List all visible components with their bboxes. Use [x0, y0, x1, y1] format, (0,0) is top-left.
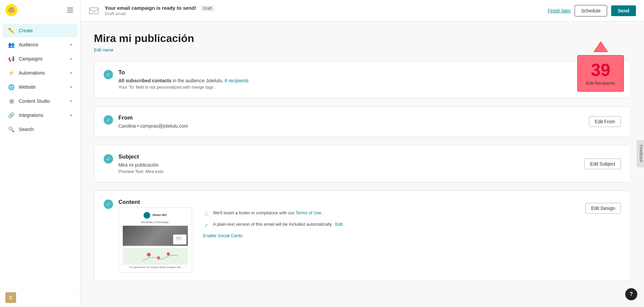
topbar-info: Your email campaign is ready to send! Dr…: [105, 5, 542, 16]
edit-design-button[interactable]: Edit Design: [585, 203, 621, 214]
content-inner: Demo INC Movilidad y Teletrabajo.: [118, 208, 621, 273]
subject-section-row: ✓ Subject Mira mi publicación Preview Te…: [104, 154, 621, 174]
popup-number: 39: [586, 61, 615, 79]
from-section: ✓ From Carolina • compras@jotelulu.com E…: [94, 106, 631, 137]
sidebar-item-campaigns[interactable]: 📢 Campaigns ▾: [3, 52, 77, 65]
warning-icon: ⚠: [203, 210, 210, 217]
email-preview-inner: Demo INC Movilidad y Teletrabajo.: [119, 208, 192, 272]
sidebar-item-create[interactable]: ✏️ Create: [3, 24, 77, 37]
svg-rect-5: [179, 237, 181, 238]
terms-of-use-link[interactable]: Terms of Use: [296, 210, 321, 215]
popup-box: 39 Edit Recipients: [577, 55, 624, 92]
preview-image-overlay: [173, 234, 186, 245]
website-icon: 🌐: [8, 84, 15, 90]
popup-arrow-icon: [591, 42, 611, 55]
sidebar-item-website[interactable]: 🌐 Website ▾: [3, 80, 77, 94]
subject-label: Subject: [118, 154, 621, 160]
popup-label: Edit Recipients: [586, 81, 615, 86]
email-icon: [89, 5, 99, 16]
footer-note-text: We'll insert a footer in compliance with…: [213, 210, 324, 215]
svg-rect-0: [67, 8, 73, 8]
chevron-down-icon: ▾: [70, 43, 72, 47]
from-name: Carolina: [118, 123, 136, 129]
sidebar-item-label: Automations: [19, 70, 66, 76]
preview-logo: Demo INC: [123, 212, 188, 219]
svg-rect-4: [176, 237, 179, 239]
chevron-down-icon: ▾: [70, 57, 72, 61]
sidebar-item-label: Search: [19, 127, 72, 132]
preview-map: [123, 248, 188, 265]
sidebar-nav: ✏️ Create 👥 Audience ▾ 📢 Campaigns ▾ ⚡ A…: [0, 20, 80, 288]
page-title: Mira mi publicación: [94, 32, 631, 45]
chevron-down-icon: ▾: [70, 99, 72, 103]
send-button[interactable]: Send: [611, 5, 636, 16]
sidebar-item-content-studio[interactable]: ⊞ Content Studio ▾: [3, 94, 77, 108]
topbar-subtitle: Draft email: [105, 11, 542, 16]
recipients-popup: 39 Edit Recipients: [577, 42, 624, 92]
plaintext-note: ✓ A plain-text version of this email wil…: [203, 222, 621, 228]
enable-social-cards-link[interactable]: Enable Social Cards: [203, 233, 621, 238]
check-circle-icon: ✓: [203, 222, 210, 228]
footer-note: ⚠ We'll insert a footer in compliance wi…: [203, 210, 621, 217]
from-check-icon: ✓: [104, 115, 113, 125]
sidebar-item-label: Audience: [19, 42, 66, 47]
svg-rect-3: [90, 8, 98, 14]
sidebar-item-automations[interactable]: ⚡ Automations ▾: [3, 66, 77, 80]
topbar-title: Your email campaign is ready to send! Dr…: [105, 5, 542, 11]
chevron-down-icon: ▾: [70, 113, 72, 118]
from-section-action: Edit From: [589, 116, 621, 127]
content-studio-icon: ⊞: [8, 98, 15, 104]
sidebar-item-integrations[interactable]: 🔗 Integrations ▾: [3, 108, 77, 122]
content-section-action: Edit Design: [585, 203, 621, 214]
chevron-down-icon: ▾: [70, 71, 72, 75]
content-section: ✓ Content Demo INC Movilidad y Teletraba…: [94, 190, 631, 281]
to-check-icon: ✓: [104, 70, 113, 79]
audience-icon: 👥: [8, 41, 15, 48]
sidebar-toggle-button[interactable]: [65, 6, 75, 14]
svg-rect-2: [67, 12, 73, 12]
help-button[interactable]: ?: [625, 288, 637, 300]
from-email: compras@jotelulu.com: [140, 123, 188, 129]
svg-marker-12: [594, 42, 607, 52]
from-label: From: [118, 115, 621, 121]
preview-footer-text: Tus aplicaciones de siempre desde cualqu…: [123, 266, 188, 268]
subject-info: Subject Mira mi publicación Preview Text…: [118, 154, 621, 174]
automations-icon: ⚡: [8, 70, 15, 76]
schedule-button[interactable]: Schedule: [575, 5, 607, 16]
user-avatar[interactable]: C: [5, 292, 16, 303]
sidebar-item-search[interactable]: 🔍 Search: [3, 123, 77, 136]
sidebar-bottom: C: [0, 288, 80, 307]
to-info: To All subscribed contacts in the audien…: [118, 69, 621, 90]
content-info: Content Demo INC Movilidad y Teletrabajo…: [118, 199, 621, 273]
feedback-tab[interactable]: Feedback: [637, 140, 644, 167]
to-label: To: [118, 69, 621, 76]
edit-from-button[interactable]: Edit From: [589, 116, 621, 127]
edit-subject-button[interactable]: Edit Subject: [584, 159, 621, 169]
campaigns-icon: 📢: [8, 55, 15, 62]
topbar-title-text: Your email campaign is ready to send!: [105, 5, 196, 11]
subject-detail: Mira mi publicación Preview Text: Mira e…: [118, 162, 621, 174]
from-separator: •: [137, 123, 140, 129]
content-notes: ⚠ We'll insert a footer in compliance wi…: [203, 208, 621, 238]
sidebar-item-label: Website: [19, 84, 66, 90]
edit-name-link[interactable]: Edit name: [94, 47, 114, 52]
topbar-actions: Finish later Schedule Send: [548, 5, 636, 16]
subject-section-action: Edit Subject: [584, 159, 621, 169]
plaintext-edit-link[interactable]: Edit: [335, 222, 342, 227]
sidebar-item-label: Content Studio: [19, 98, 66, 104]
content-check-icon: ✓: [104, 200, 113, 209]
preview-logo-icon: [144, 212, 150, 219]
plaintext-note-text: A plain-text version of this email will …: [213, 222, 343, 227]
chevron-down-icon: ▾: [70, 85, 72, 89]
topbar: Your email campaign is ready to send! Dr…: [80, 0, 644, 21]
from-info: From Carolina • compras@jotelulu.com: [118, 115, 621, 129]
sidebar-item-audience[interactable]: 👥 Audience ▾: [3, 38, 77, 51]
to-section-row: ✓ To All subscribed contacts in the audi…: [104, 69, 621, 90]
mailchimp-logo[interactable]: 🐵: [5, 4, 17, 16]
svg-point-9: [147, 253, 151, 257]
page-content: Mira mi publicación Edit name ✓ To All s…: [80, 21, 644, 307]
to-recipients-link[interactable]: 6 recipients: [225, 78, 249, 83]
finish-later-button[interactable]: Finish later: [548, 8, 571, 13]
to-section: ✓ To All subscribed contacts in the audi…: [94, 61, 631, 98]
preview-image: [123, 226, 188, 246]
